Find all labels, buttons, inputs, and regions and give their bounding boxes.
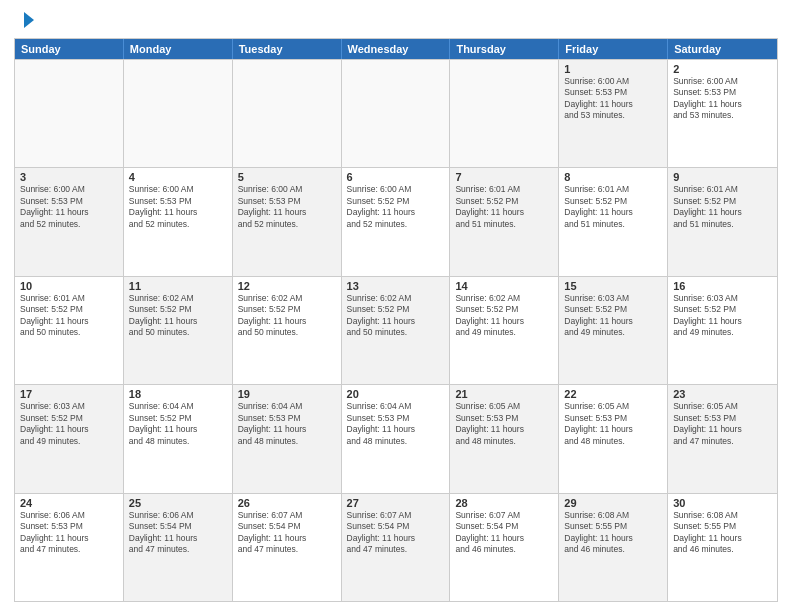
calendar-cell-2: 2Sunrise: 6:00 AM Sunset: 5:53 PM Daylig… (668, 60, 777, 167)
day-info: Sunrise: 6:04 AM Sunset: 5:53 PM Dayligh… (347, 401, 445, 447)
day-number: 8 (564, 171, 662, 183)
day-info: Sunrise: 6:00 AM Sunset: 5:53 PM Dayligh… (20, 184, 118, 230)
calendar-cell-15: 15Sunrise: 6:03 AM Sunset: 5:52 PM Dayli… (559, 277, 668, 384)
calendar-cell-12: 12Sunrise: 6:02 AM Sunset: 5:52 PM Dayli… (233, 277, 342, 384)
day-info: Sunrise: 6:01 AM Sunset: 5:52 PM Dayligh… (564, 184, 662, 230)
day-info: Sunrise: 6:08 AM Sunset: 5:55 PM Dayligh… (564, 510, 662, 556)
day-number: 23 (673, 388, 772, 400)
calendar-cell-30: 30Sunrise: 6:08 AM Sunset: 5:55 PM Dayli… (668, 494, 777, 601)
day-number: 1 (564, 63, 662, 75)
day-info: Sunrise: 6:00 AM Sunset: 5:52 PM Dayligh… (347, 184, 445, 230)
day-number: 26 (238, 497, 336, 509)
day-info: Sunrise: 6:01 AM Sunset: 5:52 PM Dayligh… (455, 184, 553, 230)
calendar-cell-7: 7Sunrise: 6:01 AM Sunset: 5:52 PM Daylig… (450, 168, 559, 275)
calendar-cell-8: 8Sunrise: 6:01 AM Sunset: 5:52 PM Daylig… (559, 168, 668, 275)
calendar-week-2: 3Sunrise: 6:00 AM Sunset: 5:53 PM Daylig… (15, 167, 777, 275)
day-info: Sunrise: 6:02 AM Sunset: 5:52 PM Dayligh… (455, 293, 553, 339)
day-number: 16 (673, 280, 772, 292)
calendar-cell-27: 27Sunrise: 6:07 AM Sunset: 5:54 PM Dayli… (342, 494, 451, 601)
day-info: Sunrise: 6:07 AM Sunset: 5:54 PM Dayligh… (347, 510, 445, 556)
calendar-week-4: 17Sunrise: 6:03 AM Sunset: 5:52 PM Dayli… (15, 384, 777, 492)
day-number: 14 (455, 280, 553, 292)
day-info: Sunrise: 6:01 AM Sunset: 5:52 PM Dayligh… (673, 184, 772, 230)
logo-triangle-icon (16, 10, 36, 30)
calendar-cell-23: 23Sunrise: 6:05 AM Sunset: 5:53 PM Dayli… (668, 385, 777, 492)
day-info: Sunrise: 6:00 AM Sunset: 5:53 PM Dayligh… (564, 76, 662, 122)
calendar-cell-13: 13Sunrise: 6:02 AM Sunset: 5:52 PM Dayli… (342, 277, 451, 384)
day-number: 10 (20, 280, 118, 292)
calendar-cell-4: 4Sunrise: 6:00 AM Sunset: 5:53 PM Daylig… (124, 168, 233, 275)
calendar-cell-empty-4 (450, 60, 559, 167)
day-number: 12 (238, 280, 336, 292)
day-number: 25 (129, 497, 227, 509)
day-info: Sunrise: 6:03 AM Sunset: 5:52 PM Dayligh… (20, 401, 118, 447)
page: SundayMondayTuesdayWednesdayThursdayFrid… (0, 0, 792, 612)
svg-marker-0 (24, 12, 34, 28)
day-number: 15 (564, 280, 662, 292)
logo (14, 10, 36, 30)
calendar-cell-28: 28Sunrise: 6:07 AM Sunset: 5:54 PM Dayli… (450, 494, 559, 601)
calendar-week-1: 1Sunrise: 6:00 AM Sunset: 5:53 PM Daylig… (15, 59, 777, 167)
calendar-cell-14: 14Sunrise: 6:02 AM Sunset: 5:52 PM Dayli… (450, 277, 559, 384)
calendar-body: 1Sunrise: 6:00 AM Sunset: 5:53 PM Daylig… (15, 59, 777, 601)
day-number: 24 (20, 497, 118, 509)
day-info: Sunrise: 6:05 AM Sunset: 5:53 PM Dayligh… (564, 401, 662, 447)
day-number: 6 (347, 171, 445, 183)
day-info: Sunrise: 6:02 AM Sunset: 5:52 PM Dayligh… (129, 293, 227, 339)
calendar-cell-6: 6Sunrise: 6:00 AM Sunset: 5:52 PM Daylig… (342, 168, 451, 275)
day-number: 17 (20, 388, 118, 400)
day-info: Sunrise: 6:03 AM Sunset: 5:52 PM Dayligh… (673, 293, 772, 339)
calendar-cell-16: 16Sunrise: 6:03 AM Sunset: 5:52 PM Dayli… (668, 277, 777, 384)
calendar-cell-empty-1 (124, 60, 233, 167)
calendar-header-tuesday: Tuesday (233, 39, 342, 59)
calendar-header-sunday: Sunday (15, 39, 124, 59)
calendar-cell-3: 3Sunrise: 6:00 AM Sunset: 5:53 PM Daylig… (15, 168, 124, 275)
day-info: Sunrise: 6:07 AM Sunset: 5:54 PM Dayligh… (238, 510, 336, 556)
day-info: Sunrise: 6:00 AM Sunset: 5:53 PM Dayligh… (129, 184, 227, 230)
day-number: 28 (455, 497, 553, 509)
calendar-cell-26: 26Sunrise: 6:07 AM Sunset: 5:54 PM Dayli… (233, 494, 342, 601)
header (14, 10, 778, 30)
day-number: 29 (564, 497, 662, 509)
calendar-week-3: 10Sunrise: 6:01 AM Sunset: 5:52 PM Dayli… (15, 276, 777, 384)
day-number: 3 (20, 171, 118, 183)
calendar-cell-10: 10Sunrise: 6:01 AM Sunset: 5:52 PM Dayli… (15, 277, 124, 384)
calendar-cell-20: 20Sunrise: 6:04 AM Sunset: 5:53 PM Dayli… (342, 385, 451, 492)
day-number: 30 (673, 497, 772, 509)
day-number: 7 (455, 171, 553, 183)
day-info: Sunrise: 6:05 AM Sunset: 5:53 PM Dayligh… (455, 401, 553, 447)
calendar: SundayMondayTuesdayWednesdayThursdayFrid… (14, 38, 778, 602)
day-number: 21 (455, 388, 553, 400)
calendar-cell-18: 18Sunrise: 6:04 AM Sunset: 5:52 PM Dayli… (124, 385, 233, 492)
day-number: 4 (129, 171, 227, 183)
calendar-header-monday: Monday (124, 39, 233, 59)
day-number: 19 (238, 388, 336, 400)
calendar-week-5: 24Sunrise: 6:06 AM Sunset: 5:53 PM Dayli… (15, 493, 777, 601)
day-info: Sunrise: 6:01 AM Sunset: 5:52 PM Dayligh… (20, 293, 118, 339)
calendar-cell-21: 21Sunrise: 6:05 AM Sunset: 5:53 PM Dayli… (450, 385, 559, 492)
calendar-header-thursday: Thursday (450, 39, 559, 59)
calendar-cell-24: 24Sunrise: 6:06 AM Sunset: 5:53 PM Dayli… (15, 494, 124, 601)
calendar-cell-11: 11Sunrise: 6:02 AM Sunset: 5:52 PM Dayli… (124, 277, 233, 384)
calendar-cell-17: 17Sunrise: 6:03 AM Sunset: 5:52 PM Dayli… (15, 385, 124, 492)
calendar-cell-1: 1Sunrise: 6:00 AM Sunset: 5:53 PM Daylig… (559, 60, 668, 167)
calendar-header-saturday: Saturday (668, 39, 777, 59)
day-info: Sunrise: 6:08 AM Sunset: 5:55 PM Dayligh… (673, 510, 772, 556)
day-info: Sunrise: 6:07 AM Sunset: 5:54 PM Dayligh… (455, 510, 553, 556)
calendar-cell-19: 19Sunrise: 6:04 AM Sunset: 5:53 PM Dayli… (233, 385, 342, 492)
day-info: Sunrise: 6:02 AM Sunset: 5:52 PM Dayligh… (238, 293, 336, 339)
calendar-cell-9: 9Sunrise: 6:01 AM Sunset: 5:52 PM Daylig… (668, 168, 777, 275)
day-info: Sunrise: 6:06 AM Sunset: 5:54 PM Dayligh… (129, 510, 227, 556)
day-number: 27 (347, 497, 445, 509)
day-info: Sunrise: 6:00 AM Sunset: 5:53 PM Dayligh… (238, 184, 336, 230)
calendar-cell-empty-3 (342, 60, 451, 167)
calendar-header-wednesday: Wednesday (342, 39, 451, 59)
day-number: 9 (673, 171, 772, 183)
day-number: 18 (129, 388, 227, 400)
calendar-cell-empty-0 (15, 60, 124, 167)
day-number: 20 (347, 388, 445, 400)
day-number: 5 (238, 171, 336, 183)
day-info: Sunrise: 6:02 AM Sunset: 5:52 PM Dayligh… (347, 293, 445, 339)
calendar-header-row: SundayMondayTuesdayWednesdayThursdayFrid… (15, 39, 777, 59)
day-info: Sunrise: 6:00 AM Sunset: 5:53 PM Dayligh… (673, 76, 772, 122)
